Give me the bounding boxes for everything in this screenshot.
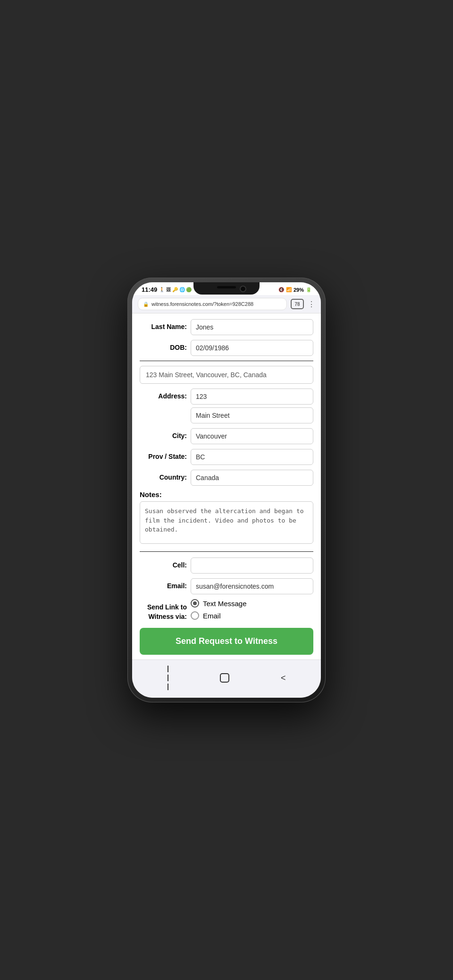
country-row: Country:: [140, 470, 313, 486]
address-row: Address:: [140, 389, 313, 423]
speaker: [217, 286, 236, 288]
country-label: Country:: [140, 470, 187, 481]
address-display: 123 Main Street, Vancouver, BC, Canada: [140, 366, 313, 384]
url-text: witness.forensicnotes.com/?token=928C288: [151, 301, 253, 307]
cell-input[interactable]: [191, 558, 313, 574]
battery-icon: 🔋: [306, 287, 311, 292]
notes-section: Notes: Susan observed the altercation an…: [140, 490, 313, 546]
send-request-button[interactable]: Send Request to Witness: [140, 628, 313, 655]
radio-text-message-label: Text Message: [203, 600, 247, 608]
status-left: 11:49 🚶 🖼 🔑 🌐 🟢: [142, 286, 192, 293]
notch: [193, 282, 260, 295]
camera: [240, 286, 246, 292]
notes-textarea[interactable]: Susan observed the altercation and began…: [140, 501, 313, 544]
address-street-input[interactable]: [191, 407, 313, 423]
bottom-nav: <: [132, 659, 321, 698]
radio-email-circle[interactable]: [191, 611, 199, 620]
city-input[interactable]: [191, 428, 313, 444]
dob-row: DOB:: [140, 340, 313, 356]
send-via-label: Send Link toWitness via:: [140, 599, 187, 621]
mute-icon: 🔇: [278, 287, 284, 292]
dob-label: DOB:: [140, 340, 187, 351]
browser-menu[interactable]: ⋮: [308, 300, 315, 309]
status-icons: 🚶 🖼 🔑 🌐 🟢: [159, 287, 192, 292]
dob-input[interactable]: [191, 340, 313, 356]
phone-screen: 11:49 🚶 🖼 🔑 🌐 🟢 🔇 📶 29% 🔋 🔒 witness.fore…: [132, 282, 321, 698]
cell-row: Cell:: [140, 558, 313, 574]
radio-email[interactable]: Email: [191, 611, 247, 620]
browser-bar: 🔒 witness.forensicnotes.com/?token=928C2…: [132, 295, 321, 313]
nav-back-arrow-button[interactable]: <: [281, 673, 286, 683]
prov-row: Prov / State:: [140, 449, 313, 465]
address-label: Address:: [140, 389, 187, 400]
email-input[interactable]: [191, 578, 313, 594]
tab-count[interactable]: 78: [291, 299, 304, 309]
status-time: 11:49: [142, 286, 157, 293]
wifi-icon: 📶: [286, 287, 292, 292]
radio-email-label: Email: [203, 612, 221, 620]
divider-2: [140, 551, 313, 552]
nav-lines-icon: [168, 666, 168, 690]
radio-group: Text Message Email: [191, 599, 247, 620]
form-section: Last Name: DOB: 123 Main Street, Vancouv…: [132, 313, 321, 659]
notes-label: Notes:: [140, 490, 313, 498]
last-name-label: Last Name:: [140, 319, 187, 330]
url-bar[interactable]: 🔒 witness.forensicnotes.com/?token=928C2…: [138, 298, 287, 310]
send-via-row: Send Link toWitness via: Text Message Em…: [140, 599, 313, 621]
cell-label: Cell:: [140, 558, 187, 569]
last-name-input[interactable]: [191, 319, 313, 335]
email-row: Email:: [140, 578, 313, 594]
email-label: Email:: [140, 578, 187, 590]
battery-text: 29%: [294, 287, 304, 293]
country-input[interactable]: [191, 470, 313, 486]
nav-home-icon: [220, 673, 229, 683]
city-label: City:: [140, 428, 187, 439]
nav-home-button[interactable]: [220, 673, 229, 683]
status-right: 🔇 📶 29% 🔋: [278, 287, 311, 293]
phone-shell: 11:49 🚶 🖼 🔑 🌐 🟢 🔇 📶 29% 🔋 🔒 witness.fore…: [127, 278, 326, 702]
nav-back-button[interactable]: [168, 666, 168, 690]
radio-text-message-circle[interactable]: [191, 599, 199, 608]
city-row: City:: [140, 428, 313, 444]
divider-1: [140, 361, 313, 361]
last-name-row: Last Name:: [140, 319, 313, 335]
address-number-input[interactable]: [191, 389, 313, 405]
lock-icon: 🔒: [143, 302, 149, 307]
back-arrow-icon: <: [281, 673, 286, 683]
radio-text-message[interactable]: Text Message: [191, 599, 247, 608]
page-content: Last Name: DOB: 123 Main Street, Vancouv…: [132, 313, 321, 659]
prov-input[interactable]: [191, 449, 313, 465]
prov-label: Prov / State:: [140, 449, 187, 460]
